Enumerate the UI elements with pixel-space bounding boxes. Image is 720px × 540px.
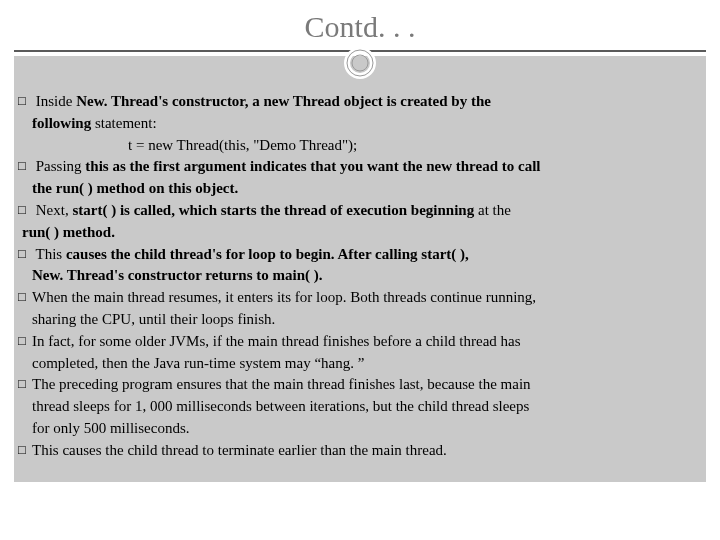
bullet-2: □ Passing this as the first argument ind…	[18, 157, 706, 177]
slide: Contd. . . □ Inside New. Thread's constr…	[0, 0, 720, 540]
svg-point-1	[347, 50, 373, 76]
bullet-7-cont2: for only 500 milliseconds.	[18, 419, 706, 439]
horizontal-rule	[14, 50, 706, 52]
bullet-4-cont: New. Thread's constructor returns to mai…	[18, 266, 706, 286]
bullet-7: □The preceding program ensures that the …	[18, 375, 706, 395]
bullet-6-cont: completed, then the Java run-time system…	[18, 354, 706, 374]
code-line: t = new Thread(this, "Demo Thread");	[18, 136, 706, 156]
slide-title: Contd. . .	[305, 10, 416, 43]
bullet-5-cont: sharing the CPU, until their loops finis…	[18, 310, 706, 330]
body-text: □ Inside New. Thread's constructor, a ne…	[18, 92, 706, 463]
bullet-3: □ Next, start( ) is called, which starts…	[18, 201, 706, 221]
bullet-5: □When the main thread resumes, it enters…	[18, 288, 706, 308]
bullet-7-cont1: thread sleeps for 1, 000 milliseconds be…	[18, 397, 706, 417]
bullet-1: □ Inside New. Thread's constructor, a ne…	[18, 92, 706, 112]
svg-point-2	[352, 55, 368, 71]
bullet-6: □In fact, for some older JVMs, if the ma…	[18, 332, 706, 352]
title-area: Contd. . .	[0, 0, 720, 50]
bullet-2-cont: the run( ) method on this object.	[18, 179, 706, 199]
bullet-1-cont: following statement:	[18, 114, 706, 134]
bullet-4: □ This causes the child thread's for loo…	[18, 245, 706, 265]
svg-point-0	[347, 50, 373, 76]
bullet-3-cont: run( ) method.	[18, 223, 706, 243]
bullet-8: □This causes the child thread to termina…	[18, 441, 706, 461]
